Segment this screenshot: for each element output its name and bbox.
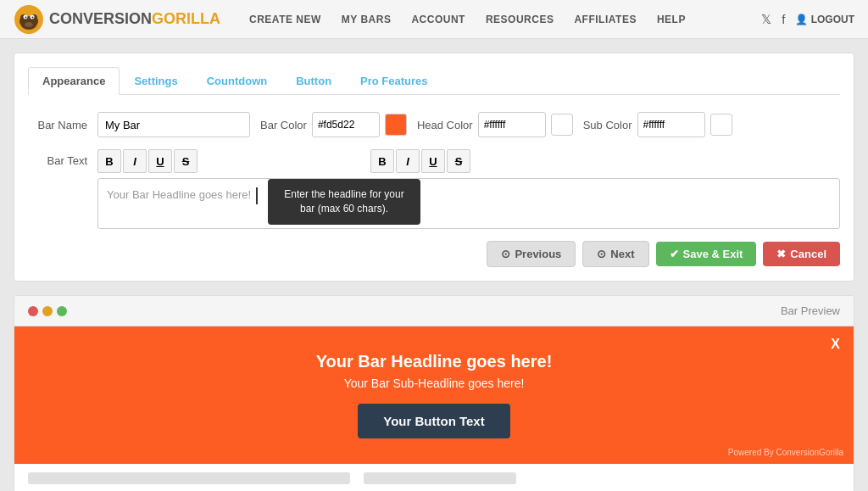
svg-point-8 [25, 22, 33, 27]
preview-card: Bar Preview X Your Bar Headline goes her… [14, 295, 854, 491]
bar-text-label: Bar Text [28, 149, 87, 167]
toolbar-row: B I U S B I U S [97, 149, 840, 173]
next-icon: ⊙ [597, 248, 606, 260]
head-color-swatch[interactable] [551, 114, 573, 136]
checkmark-icon: ✔ [670, 248, 679, 260]
preview-label: Bar Preview [781, 304, 840, 317]
action-row: ⊙ Previous ⊙ Next ✔ Save & Exit ✖ Cancel [28, 241, 840, 267]
bar-color-group: Bar Color [260, 112, 407, 137]
bar-color-input[interactable] [312, 112, 380, 137]
head-color-group: Head Color [417, 112, 573, 137]
dot-red [28, 306, 38, 316]
twitter-icon[interactable]: 𝕏 [761, 12, 771, 27]
save-exit-button[interactable]: ✔ Save & Exit [656, 242, 757, 266]
x-icon: ✖ [776, 248, 786, 260]
nav-create-new[interactable]: CREATE NEW [241, 10, 330, 29]
tab-countdown[interactable]: Countdown [192, 67, 281, 95]
tab-button[interactable]: Button [281, 67, 346, 95]
sub-color-swatch[interactable] [710, 114, 732, 136]
svg-point-7 [32, 16, 34, 18]
nav-affiliates[interactable]: AFFILIATES [565, 10, 644, 29]
sub-color-input[interactable] [637, 112, 705, 137]
italic-button-2[interactable]: I [396, 149, 420, 173]
nav-help[interactable]: HELP [648, 10, 694, 29]
bold-button[interactable]: B [97, 149, 121, 173]
bar-color-swatch[interactable] [385, 114, 407, 136]
nav-resources[interactable]: RESOURCES [477, 10, 563, 29]
bar-subheadline: Your Bar Sub-Headline goes here! [344, 377, 525, 390]
bar-color-label: Bar Color [260, 119, 307, 131]
skeleton-bar-long [28, 472, 350, 484]
next-button[interactable]: ⊙ Next [582, 241, 648, 267]
strikethrough-button[interactable]: S [174, 149, 198, 173]
underline-button-2[interactable]: U [421, 149, 445, 173]
headline-editor[interactable]: Your Bar Headline goes here! Enter the h… [97, 178, 840, 229]
bottom-bars [14, 464, 854, 491]
text-cursor [256, 187, 258, 204]
bar-preview: X Your Bar Headline goes here! Your Bar … [14, 326, 854, 464]
svg-point-9 [19, 18, 25, 25]
headline-placeholder: Your Bar Headline goes here! [107, 188, 251, 201]
nav-social: 𝕏 f 👤 LOGOUT [761, 12, 854, 27]
navbar: CONVERSIONGORILLA CREATE NEW MY BARS ACC… [0, 0, 868, 39]
main-content: Appearance Settings Countdown Button Pro… [0, 39, 868, 491]
facebook-icon[interactable]: f [782, 12, 785, 26]
bar-name-input[interactable] [97, 112, 250, 137]
previous-icon: ⊙ [501, 248, 510, 260]
cancel-button[interactable]: ✖ Cancel [763, 242, 840, 266]
tab-pro-features[interactable]: Pro Features [346, 67, 442, 95]
dot-yellow [42, 306, 53, 316]
logout-link[interactable]: 👤 LOGOUT [795, 14, 854, 25]
skeleton-bar-short [364, 472, 516, 484]
editor-card: Appearance Settings Countdown Button Pro… [14, 53, 854, 282]
tab-appearance[interactable]: Appearance [28, 67, 120, 95]
bar-name-label: Bar Name [28, 119, 87, 131]
window-dots [28, 306, 67, 316]
bar-headline: Your Bar Headline goes here! [316, 352, 553, 371]
tab-bar: Appearance Settings Countdown Button Pro… [28, 67, 840, 95]
bar-close-button[interactable]: X [831, 337, 840, 352]
dot-green [57, 306, 67, 316]
bar-text-row: Bar Text B I U S B I U S [28, 149, 840, 229]
head-color-input[interactable] [478, 112, 546, 137]
user-icon: 👤 [795, 14, 808, 25]
toolbar-left: B I U S [97, 149, 198, 173]
bar-text-editors: B I U S B I U S Your Bar Headlin [97, 149, 840, 229]
sub-color-label: Sub Color [583, 119, 632, 131]
nav-my-bars[interactable]: MY BARS [333, 10, 400, 29]
svg-point-10 [33, 18, 38, 25]
preview-header: Bar Preview [14, 296, 854, 326]
bold-button-2[interactable]: B [370, 149, 394, 173]
sub-color-group: Sub Color [583, 112, 732, 137]
editor-area-wrapper: Your Bar Headline goes here! Enter the h… [97, 178, 840, 229]
bar-name-row: Bar Name Bar Color Head Color Sub Color [28, 112, 840, 137]
powered-by: Powered By ConversionGorilla [728, 448, 843, 457]
gorilla-logo-icon [14, 4, 44, 35]
headline-tooltip: Enter the headline for your bar (max 60 … [268, 179, 420, 225]
underline-button[interactable]: U [148, 149, 172, 173]
previous-button[interactable]: ⊙ Previous [487, 241, 576, 267]
strikethrough-button-2[interactable]: S [447, 149, 470, 173]
logo-conversion: CONVERSION [49, 10, 152, 27]
nav-links: CREATE NEW MY BARS ACCOUNT RESOURCES AFF… [241, 10, 761, 29]
toolbar-right: B I U S [370, 149, 470, 173]
svg-point-6 [25, 16, 27, 18]
logo-gorilla: GORILLA [152, 10, 220, 27]
italic-button[interactable]: I [123, 149, 147, 173]
head-color-label: Head Color [417, 119, 473, 131]
tab-settings[interactable]: Settings [120, 67, 192, 95]
bar-cta-button[interactable]: Your Button Text [358, 404, 509, 438]
brand-logo[interactable]: CONVERSIONGORILLA [14, 4, 220, 35]
nav-account[interactable]: ACCOUNT [403, 10, 474, 29]
